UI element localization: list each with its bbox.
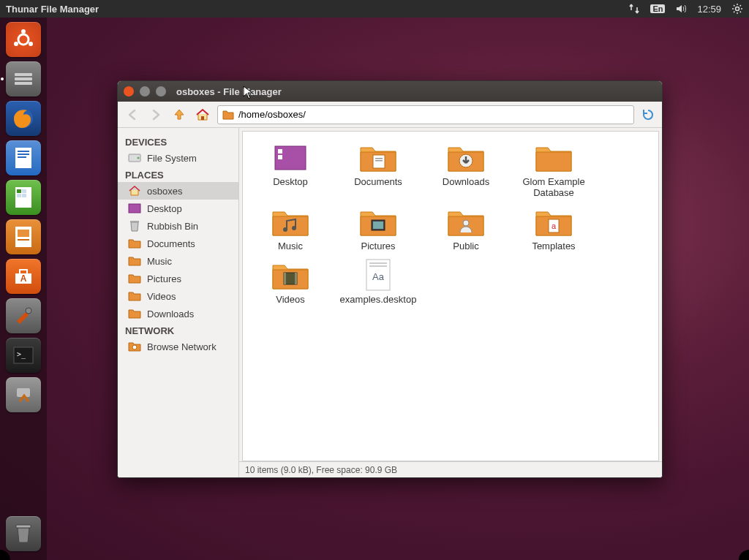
svg-text:>_: >_ [17,350,26,359]
svg-rect-15 [22,189,26,193]
forward-button[interactable] [147,106,165,124]
sidebar-item-pictures[interactable]: Pictures [118,270,238,287]
back-button[interactable] [124,106,141,124]
svg-rect-35 [278,155,282,159]
statusbar: 10 items (9.0 kB), Free space: 90.9 GB [239,461,662,477]
folder-icon [534,142,573,174]
close-button[interactable] [124,86,134,97]
file-label: Pictures [361,241,396,252]
keyboard-indicator[interactable]: En [650,4,665,13]
sidebar-item-music[interactable]: Music [118,252,238,270]
svg-rect-38 [375,160,383,162]
file-label: Templates [532,241,575,252]
network-icon[interactable] [628,3,640,15]
sidebar-item-label: Documents [147,238,195,249]
svg-point-40 [283,227,287,232]
file-label: Documents [354,177,402,188]
svg-rect-5 [15,73,32,76]
file-templates[interactable]: aTemplates [513,206,594,252]
svg-text:a: a [552,222,557,230]
launcher-libreoffice-writer[interactable] [6,140,41,175]
sidebar-item-browse-network[interactable]: Browse Network [118,338,238,355]
svg-text:A: A [20,273,27,284]
svg-rect-14 [17,189,21,193]
file-label: examples.desktop [340,295,417,306]
svg-rect-48 [284,273,286,284]
svg-rect-34 [278,149,282,154]
launcher-tools[interactable] [6,377,41,412]
file-videos[interactable]: Videos [250,260,331,306]
sidebar-item-label: Music [147,256,172,267]
sidebar-item-documents[interactable]: Documents [118,235,238,252]
maximize-button[interactable] [156,86,166,97]
clock[interactable]: 12:59 [697,4,721,15]
launcher-libreoffice-impress[interactable] [6,219,41,254]
svg-rect-43 [373,222,383,229]
file-downloads[interactable]: Downloads [426,142,506,199]
file-label: Desktop [273,177,308,188]
tmpl-folder-icon: a [534,206,573,238]
sidebar-item-file-system[interactable]: File System [118,149,238,167]
svg-rect-6 [15,77,32,80]
launcher-libreoffice-calc[interactable] [6,180,41,215]
gear-icon[interactable] [731,3,743,15]
disk-icon [128,151,141,164]
top-menubar: Thunar File Manager En 12:59 [0,0,749,18]
file-public[interactable]: Public [426,206,506,252]
status-text: 10 items (9.0 kB), Free space: 90.9 GB [245,465,397,475]
sidebar-item-osboxes[interactable]: osboxes [118,182,238,200]
launcher-ubuntu-software[interactable]: A [6,259,41,294]
folder-icon [128,307,141,320]
titlebar[interactable]: osboxes - File Manager [118,81,662,102]
svg-rect-52 [369,265,387,267]
svg-rect-30 [129,204,140,213]
svg-point-1 [18,34,29,45]
launcher-settings[interactable] [6,298,41,333]
svg-rect-36 [373,155,385,168]
desktop-icon [128,202,141,215]
file-label: Public [453,241,478,252]
file-pictures[interactable]: Pictures [338,206,418,252]
sidebar-header: PLACES [118,167,238,182]
launcher-firefox[interactable] [6,101,41,136]
file-label: Videos [276,295,305,306]
file-examples-desktop[interactable]: Aaexamples.desktop [338,260,418,306]
up-button[interactable] [170,106,188,124]
icon-view[interactable]: DesktopDocumentsDownloadsGlom Example Da… [242,131,659,461]
minimize-button[interactable] [140,86,150,97]
launcher-terminal[interactable]: >_ [6,338,41,373]
sidebar-item-videos[interactable]: Videos [118,287,238,305]
folder-icon [222,110,234,120]
file-desktop[interactable]: Desktop [250,142,331,199]
svg-rect-10 [18,151,29,152]
file-documents[interactable]: Documents [338,142,418,199]
network-icon [128,340,141,353]
svg-point-3 [14,42,18,46]
home-icon [128,184,141,197]
reload-button[interactable] [640,107,656,123]
volume-icon[interactable] [675,3,687,15]
launcher-trash[interactable] [6,516,41,551]
sidebar-item-label: Pictures [147,273,181,284]
launcher-files[interactable] [6,61,41,97]
svg-rect-17 [22,194,26,197]
toolbar [118,102,662,128]
svg-rect-27 [201,116,204,120]
svg-rect-11 [18,154,29,155]
sidebar-item-label: Videos [147,291,176,302]
path-input[interactable] [238,109,629,120]
file-music[interactable]: Music [250,206,331,252]
file-glom-example-database[interactable]: Glom Example Database [513,142,594,199]
desktop-folder-icon [271,142,310,174]
sidebar-item-desktop[interactable]: Desktop [118,200,238,217]
sidebar-item-rubbish-bin[interactable]: Rubbish Bin [118,217,238,235]
launcher-ubuntu-dash[interactable] [6,22,41,57]
path-bar[interactable] [217,105,634,124]
public-folder-icon [446,206,486,238]
sidebar-item-label: File System [147,153,197,164]
home-button[interactable] [194,106,211,124]
svg-text:Aa: Aa [372,271,385,282]
sidebar-item-downloads[interactable]: Downloads [118,305,238,322]
svg-point-0 [736,7,739,11]
unity-launcher: A>_ [0,18,47,560]
